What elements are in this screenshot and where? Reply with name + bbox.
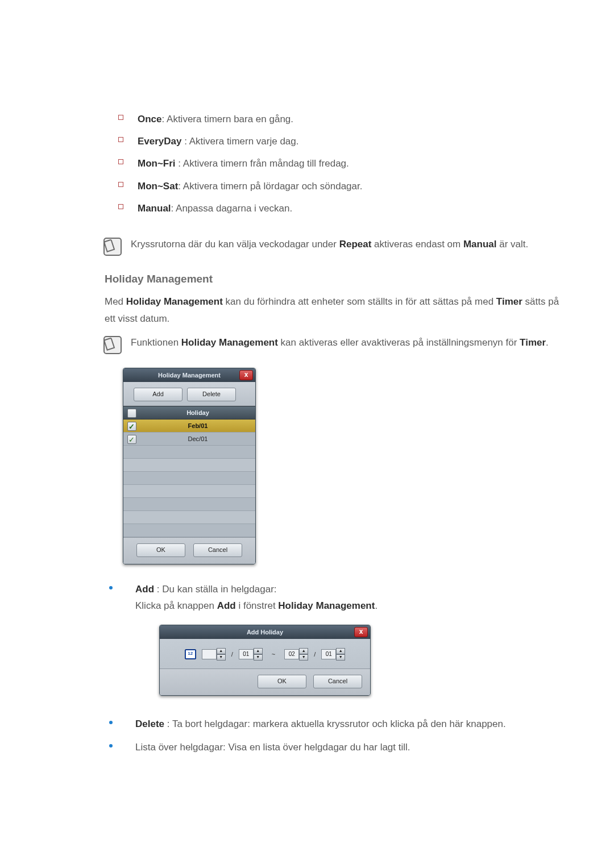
window-footer: OK Cancel (123, 537, 255, 564)
table-row (123, 485, 255, 498)
to-day-input[interactable]: 01 (321, 649, 336, 659)
table-row (123, 524, 255, 537)
calendar-icon[interactable] (185, 649, 196, 659)
document-page: Once: Aktivera timern bara en gång. Ever… (0, 0, 614, 868)
option-desc: : Aktivera timern på lördagar och söndag… (178, 181, 362, 192)
list-item: Mon~Fri : Aktivera timern från måndag ti… (108, 152, 563, 175)
option-desc: : Aktivera timern bara en gång. (162, 114, 294, 124)
spin-up-icon[interactable]: ▲ (254, 648, 263, 654)
slash: / (312, 649, 318, 660)
item-desc: : Du kan ställa in helgdagar: (154, 584, 276, 595)
window-title: Holiday Management (158, 372, 221, 379)
spin-up-icon[interactable]: ▲ (217, 648, 226, 654)
row-value: Dec/01 (140, 433, 255, 445)
holiday-management-window: Holiday Management x Add Delete Holiday … (123, 368, 256, 564)
item-name: Delete (135, 719, 164, 729)
note-repeat-manual: Kryssrutorna där du kan välja veckodagar… (103, 236, 563, 256)
table-row (123, 446, 255, 459)
from-month-stepper[interactable]: ▲▼ (202, 648, 226, 661)
column-holiday-header[interactable]: Holiday (140, 406, 255, 419)
window-titlebar[interactable]: Add Holiday x (160, 625, 370, 639)
list-item: Add : Du kan ställa in helgdagar: Klicka… (108, 578, 563, 713)
spin-down-icon[interactable]: ▼ (336, 654, 345, 661)
select-all-checkbox[interactable] (127, 409, 136, 418)
option-desc: : Aktivera timern varje dag. (182, 136, 299, 147)
option-name: Manual (138, 203, 171, 214)
option-desc: : Anpassa dagarna i veckan. (171, 203, 293, 214)
holiday-actions-list: Add : Du kan ställa in helgdagar: Klicka… (108, 578, 563, 759)
ok-button[interactable]: OK (136, 543, 185, 557)
to-day-stepper[interactable]: 01 ▲▼ (321, 648, 345, 661)
list-item: Lista över helgdagar: Visa en lista över… (108, 736, 563, 759)
list-item: Mon~Sat: Aktivera timern på lördagar och… (108, 175, 563, 197)
holiday-intro: Med Holiday Management kan du förhindra … (105, 293, 563, 327)
item-desc: Lista över helgdagar: Visa en lista över… (135, 742, 410, 753)
note-text: Funktionen Holiday Management kan aktive… (131, 335, 549, 350)
option-name: EveryDay (138, 136, 182, 147)
list-item: EveryDay : Aktivera timern varje dag. (108, 130, 563, 152)
option-name: Mon~Sat (138, 181, 178, 192)
delete-button[interactable]: Delete (187, 388, 236, 401)
list-item: Manual: Anpassa dagarna i veckan. (108, 197, 563, 219)
from-day-input[interactable]: 01 (239, 649, 254, 659)
table-body: Feb/01 Dec/01 (123, 420, 255, 537)
close-icon[interactable]: x (354, 627, 368, 637)
window-footer: OK Cancel (160, 668, 370, 695)
table-row (123, 472, 255, 485)
row-value: Feb/01 (140, 420, 255, 432)
option-desc: : Aktivera timern från måndag till freda… (176, 158, 349, 169)
table-row[interactable]: Feb/01 (123, 420, 255, 433)
add-holiday-body: ▲▼ / 01 ▲▼ ~ 02 ▲▼ / 01 ▲▼ (160, 639, 370, 668)
to-month-stepper[interactable]: 02 ▲▼ (284, 648, 308, 661)
spin-down-icon[interactable]: ▼ (217, 654, 226, 661)
row-check-cell[interactable] (123, 420, 140, 432)
option-name: Once (138, 114, 162, 124)
table-header: Holiday (123, 406, 255, 420)
section-title-holiday-management: Holiday Management (105, 273, 563, 285)
table-row (123, 459, 255, 472)
option-name: Mon~Fri (138, 158, 176, 169)
from-month-input[interactable] (202, 649, 217, 659)
spin-up-icon[interactable]: ▲ (336, 648, 345, 654)
from-day-stepper[interactable]: 01 ▲▼ (239, 648, 263, 661)
window-titlebar[interactable]: Holiday Management x (123, 368, 255, 382)
range-separator: ~ (266, 649, 281, 660)
spin-down-icon[interactable]: ▼ (254, 654, 263, 661)
window-title: Add Holiday (247, 629, 283, 636)
item-name: Add (135, 584, 154, 595)
to-month-input[interactable]: 02 (284, 649, 299, 659)
row-checkbox[interactable] (127, 422, 136, 431)
table-row (123, 498, 255, 511)
note-holiday-toggle: Funktionen Holiday Management kan aktive… (103, 335, 563, 354)
note-icon (103, 336, 122, 354)
table-row (123, 511, 255, 524)
cancel-button[interactable]: Cancel (313, 675, 362, 688)
list-item: Delete : Ta bort helgdagar: markera aktu… (108, 713, 563, 736)
note-icon (103, 238, 122, 256)
item-desc: : Ta bort helgdagar: markera aktuella kr… (164, 719, 506, 729)
column-checkbox-header[interactable] (123, 406, 140, 419)
add-holiday-window: Add Holiday x ▲▼ / 01 ▲▼ ~ (159, 625, 371, 696)
spin-down-icon[interactable]: ▼ (299, 654, 308, 661)
note-text: Kryssrutorna där du kan välja veckodagar… (131, 236, 528, 252)
slash: / (229, 649, 235, 660)
row-check-cell[interactable] (123, 433, 140, 445)
add-button[interactable]: Add (134, 388, 182, 401)
spin-up-icon[interactable]: ▲ (299, 648, 308, 654)
cancel-button[interactable]: Cancel (193, 543, 242, 557)
ok-button[interactable]: OK (258, 675, 306, 688)
list-item: Once: Aktivera timern bara en gång. (108, 108, 563, 130)
repeat-options-list: Once: Aktivera timern bara en gång. Ever… (108, 108, 563, 219)
table-row[interactable]: Dec/01 (123, 433, 255, 446)
row-checkbox[interactable] (127, 435, 136, 444)
close-icon[interactable]: x (239, 370, 253, 380)
window-toolbar: Add Delete (123, 382, 255, 406)
